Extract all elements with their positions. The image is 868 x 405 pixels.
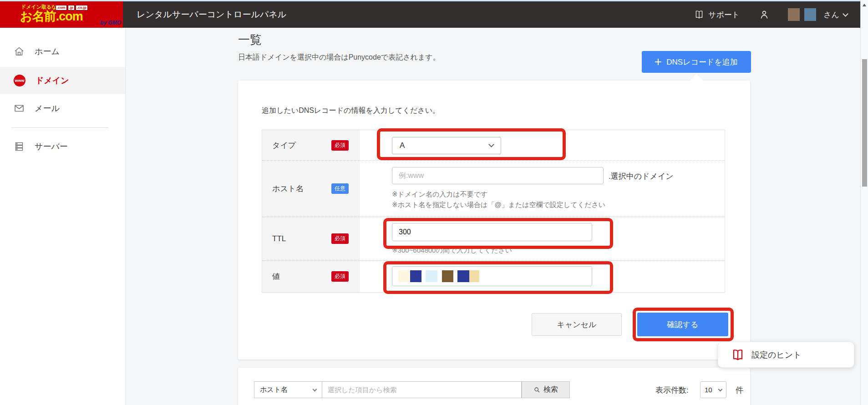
confirm-button[interactable]: 確認する — [637, 313, 728, 336]
chevron-down-icon — [718, 387, 723, 391]
redaction-block — [788, 8, 800, 21]
home-icon — [14, 46, 25, 57]
host-domain-suffix: .選択中のドメイン — [609, 171, 674, 182]
host-notes: ※ドメイン名の入力は不要です ※ホスト名を指定しない場合は「@」または空欄で設定… — [392, 189, 605, 210]
value-input[interactable] — [392, 266, 592, 286]
app-title: レンタルサーバーコントロールパネル — [137, 1, 286, 28]
record-search-input[interactable] — [322, 381, 522, 398]
record-list-card: ホスト名 検索 表示件数: 10 件 — [238, 368, 750, 405]
onamae-logo[interactable]: ドメイン取るなら .com .jp .co.jp お名前.com by GMO — [0, 1, 123, 28]
logo-by-gmo: by GMO — [100, 20, 121, 26]
add-dns-record-button[interactable]: DNSレコードを追加 — [642, 51, 751, 73]
user-name-suffix: さん — [823, 10, 839, 20]
sidebar-item-mail[interactable]: メール — [0, 95, 125, 122]
page-title: 一覧 — [238, 32, 262, 48]
cancel-button[interactable]: キャンセル — [532, 313, 622, 336]
chevron-down-icon — [488, 142, 494, 147]
sidebar-item-label: サーバー — [35, 141, 68, 152]
ttl-input[interactable] — [392, 223, 592, 241]
settings-hint-button[interactable]: 設定のヒント — [718, 342, 854, 368]
settings-hint-label: 設定のヒント — [751, 349, 802, 360]
type-label-cell: タイプ 必須 — [262, 130, 360, 160]
per-page-value: 10 — [705, 386, 712, 394]
form-row-host: ホスト名 任意 .選択中のドメイン ※ドメイン名の入力は不要です ※ホスト名を指… — [262, 161, 725, 217]
host-label-cell: ホスト名 任意 — [262, 161, 360, 217]
sidebar-item-server[interactable]: サーバー — [0, 133, 125, 160]
ttl-label-cell: TTL 必須 — [262, 217, 360, 260]
type-content-cell: A — [360, 130, 725, 160]
logo-brand-text: お名前.com — [20, 10, 83, 23]
chevron-down-icon — [313, 387, 317, 391]
search-field-value: ホスト名 — [260, 385, 288, 394]
sidebar-item-label: ホーム — [35, 46, 60, 57]
ttl-content-cell: ※300~604800の間で入力してください — [360, 217, 725, 260]
user-menu[interactable]: さん — [823, 10, 848, 20]
card-pointer-notch — [690, 74, 703, 81]
domain-www-icon: www — [14, 75, 25, 86]
page-description: 日本語ドメインを選択中の場合はPunycodeで表記されます。 — [238, 53, 440, 62]
redaction-block — [442, 270, 453, 282]
add-dns-record-label: DNSレコードを追加 — [666, 57, 738, 67]
required-badge: 必須 — [331, 271, 349, 282]
support-label: サポート — [708, 10, 740, 20]
host-label: ホスト名 — [272, 183, 304, 194]
sidebar-item-label: メール — [35, 103, 60, 114]
chevron-down-icon — [843, 11, 848, 17]
sidebar-item-label: ドメイン — [36, 75, 69, 86]
scrollbar-thumb[interactable] — [862, 59, 867, 187]
sidebar: ホーム www ドメイン メール — [0, 28, 126, 405]
host-content-cell: .選択中のドメイン ※ドメイン名の入力は不要です ※ホスト名を指定しない場合は「… — [360, 161, 725, 217]
app-header: ドメイン取るなら .com .jp .co.jp お名前.com by GMO … — [0, 1, 860, 28]
search-button[interactable]: 検索 — [522, 381, 570, 398]
form-row-ttl: TTL 必須 ※300~604800の間で入力してください — [262, 217, 725, 261]
header-actions: サポート さん — [694, 1, 848, 28]
optional-badge: 任意 — [331, 183, 349, 194]
value-label: 値 — [272, 271, 280, 282]
host-input[interactable] — [392, 167, 604, 184]
scrollbar-up-arrow-icon[interactable] — [863, 4, 866, 6]
redaction-block — [457, 270, 469, 282]
required-badge: 必須 — [331, 140, 349, 151]
search-icon — [533, 386, 541, 394]
redaction-block — [426, 270, 437, 282]
sidebar-item-domain[interactable]: www ドメイン — [0, 67, 125, 94]
control-panel-page: ドメイン取るなら .com .jp .co.jp お名前.com by GMO … — [0, 0, 868, 405]
type-select[interactable]: A — [392, 137, 501, 154]
server-icon — [14, 141, 25, 152]
ttl-note: ※300~604800の間で入力してください — [392, 246, 512, 255]
support-link[interactable]: サポート — [694, 10, 740, 20]
type-select-value: A — [400, 141, 405, 150]
search-button-label: 検索 — [543, 385, 558, 395]
book-icon — [694, 10, 704, 20]
redaction-block — [469, 270, 479, 282]
ttl-label: TTL — [272, 234, 286, 243]
type-label: タイプ — [272, 140, 296, 151]
redaction-block — [398, 270, 410, 282]
record-search-group: ホスト名 検索 — [254, 381, 570, 398]
sidebar-divider — [11, 127, 108, 128]
form-row-type: タイプ 必須 A — [262, 130, 725, 161]
form-intro-text: 追加したいDNSレコードの情報を入力してください。 — [262, 106, 440, 116]
redaction-block — [410, 270, 421, 282]
plus-icon — [655, 59, 661, 65]
dns-form-table: タイプ 必須 A ホスト名 任意 .選択中のドメイン — [262, 130, 725, 293]
value-label-cell: 値 必須 — [262, 261, 360, 292]
person-icon[interactable] — [759, 9, 770, 20]
search-field-select[interactable]: ホスト名 — [254, 381, 322, 398]
form-row-value: 値 必須 — [262, 261, 725, 292]
required-badge: 必須 — [331, 233, 349, 244]
user-name-redacted — [788, 8, 816, 21]
value-content-cell — [360, 261, 725, 292]
redaction-block — [804, 8, 816, 21]
per-page-label: 表示件数: — [655, 385, 689, 395]
dns-record-form-card: 追加したいDNSレコードの情報を入力してください。 タイプ 必須 A ホス — [238, 81, 750, 359]
sidebar-item-home[interactable]: ホーム — [0, 39, 125, 64]
host-note-1: ※ドメイン名の入力は不要です — [392, 189, 605, 199]
mail-icon — [14, 103, 25, 114]
per-page-unit: 件 — [736, 385, 743, 395]
page-scrollbar — [860, 0, 868, 405]
host-note-2: ※ホスト名を指定しない場合は「@」または空欄で設定してください — [392, 199, 605, 210]
open-book-icon — [731, 348, 745, 362]
per-page-select[interactable]: 10 — [700, 381, 726, 398]
